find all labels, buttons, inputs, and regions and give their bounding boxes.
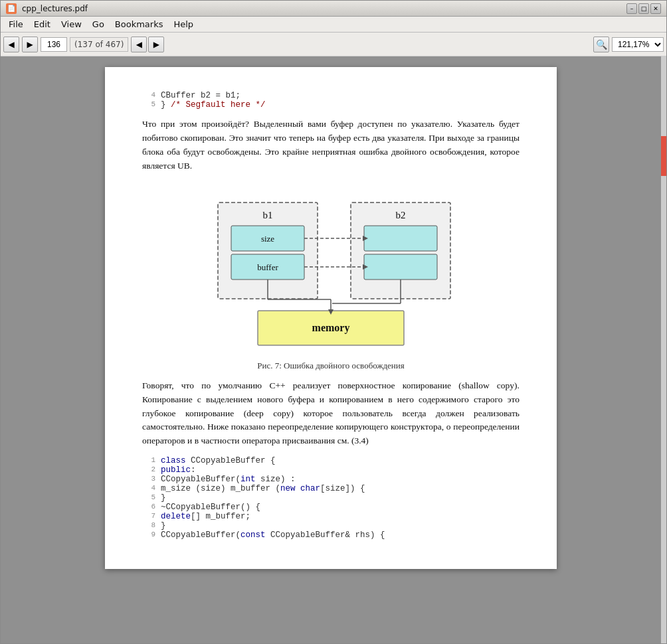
menu-file[interactable]: File — [3, 18, 29, 31]
code-line-5: 5 } /* Segfault here */ — [142, 100, 520, 110]
line-num-b7: 7 — [142, 512, 155, 521]
code-text-b9: CCopyableBuffer(const CCopyableBuffer& r… — [161, 530, 385, 540]
scroll-thumb[interactable] — [661, 136, 666, 176]
diagram-container: b1 size buffer b2 — [142, 189, 520, 371]
pdf-scroll-area[interactable]: 4 CBuffer b2 = b1; 5 } /* Segfault here … — [1, 56, 661, 643]
svg-text:b1: b1 — [263, 210, 273, 220]
code-text-4: CBuffer b2 = b1; — [161, 91, 240, 100]
line-num-b2: 2 — [142, 465, 155, 475]
menu-help[interactable]: Help — [168, 18, 199, 31]
code-text-b2: public: — [161, 465, 196, 475]
paragraph-1: Что при этом произойдёт? Выделенный вами… — [142, 118, 520, 173]
close-button[interactable]: ✕ — [650, 3, 661, 14]
code-text-b1: class CCopyableBuffer { — [161, 456, 276, 465]
line-num-5: 5 — [142, 100, 155, 110]
code-block-bottom: 1 class CCopyableBuffer { 2 public: 3 CC… — [142, 456, 520, 540]
code-text-5: } /* Segfault here */ — [161, 100, 266, 110]
line-num-b3: 3 — [142, 475, 155, 484]
code-line-b8: 8 } — [142, 521, 520, 530]
svg-text:b2: b2 — [396, 210, 406, 220]
code-line-b6: 6 ~CCopyableBuffer() { — [142, 503, 520, 512]
zoom-selector: 50% 75% 100% 121,17% 150% 200% — [612, 37, 664, 52]
zoom-select-input[interactable]: 50% 75% 100% 121,17% 150% 200% — [612, 37, 664, 52]
svg-text:buffer: buffer — [257, 262, 278, 272]
toolbar: ◀ ▶ (137 of 467) ◀ ▶ 🔍 50% 75% 100% 121,… — [1, 33, 666, 56]
scrollbar-accent — [661, 56, 666, 643]
menu-bookmarks[interactable]: Bookmarks — [110, 18, 169, 31]
svg-rect-8 — [364, 226, 437, 251]
line-num-b8: 8 — [142, 521, 155, 530]
code-line-b5: 5 } — [142, 493, 520, 503]
menubar: File Edit View Go Bookmarks Help — [1, 17, 666, 33]
code-line-b9: 9 CCopyableBuffer(const CCopyableBuffer&… — [142, 530, 520, 540]
diagram-caption: Рис. 7: Ошибка двойного освобождения — [257, 361, 404, 371]
code-line-b2: 2 public: — [142, 465, 520, 475]
code-line-b3: 3 CCopyableBuffer(int size) : — [142, 475, 520, 484]
code-text-b8: } — [161, 521, 166, 530]
code-text-b3: CCopyableBuffer(int size) : — [161, 475, 296, 484]
line-num-b9: 9 — [142, 530, 155, 540]
paragraph-2: Говорят, что по умолчанию C++ реализует … — [142, 379, 520, 449]
page-nav-buttons: ◀ ▶ — [131, 37, 164, 52]
menu-view[interactable]: View — [56, 18, 87, 31]
menu-edit[interactable]: Edit — [29, 18, 56, 31]
page-number-input[interactable] — [41, 37, 67, 52]
window-title: cpp_lectures.pdf — [22, 4, 621, 13]
back-button[interactable]: ◀ — [3, 37, 19, 52]
minimize-button[interactable]: – — [626, 3, 637, 14]
svg-text:size: size — [261, 234, 274, 244]
code-text-b4: m_size (size) m_buffer (new char[size]) … — [161, 484, 365, 493]
pdf-page: 4 CBuffer b2 = b1; 5 } /* Segfault here … — [105, 67, 557, 569]
titlebar: 📄 cpp_lectures.pdf – □ ✕ — [1, 1, 666, 17]
code-line-b4: 4 m_size (size) m_buffer (new char[size]… — [142, 484, 520, 493]
svg-text:memory: memory — [312, 322, 350, 334]
search-button[interactable]: 🔍 — [593, 37, 609, 52]
content-area: 4 CBuffer b2 = b1; 5 } /* Segfault here … — [1, 56, 666, 643]
code-line-b1: 1 class CCopyableBuffer { — [142, 456, 520, 465]
memory-diagram: b1 size buffer b2 — [191, 189, 470, 355]
code-text-b6: ~CCopyableBuffer() { — [161, 503, 260, 512]
forward-button[interactable]: ▶ — [22, 37, 38, 52]
page-total: (137 of 467) — [70, 37, 128, 52]
line-num-b6: 6 — [142, 503, 155, 512]
code-text-b5: } — [161, 493, 166, 503]
maximize-button[interactable]: □ — [638, 3, 649, 14]
line-num-b1: 1 — [142, 456, 155, 465]
line-num-b5: 5 — [142, 493, 155, 503]
menu-go[interactable]: Go — [87, 18, 110, 31]
page-input-group: (137 of 467) — [41, 37, 128, 52]
code-text-b7: delete[] m_buffer; — [161, 512, 250, 521]
line-num-4: 4 — [142, 91, 155, 100]
next-page-button[interactable]: ▶ — [148, 37, 164, 52]
line-num-b4: 4 — [142, 484, 155, 493]
code-block-top: 4 CBuffer b2 = b1; 5 } /* Segfault here … — [142, 91, 520, 110]
window-controls: – □ ✕ — [626, 3, 661, 14]
svg-rect-9 — [364, 254, 437, 280]
prev-page-button[interactable]: ◀ — [131, 37, 147, 52]
code-line-b7: 7 delete[] m_buffer; — [142, 512, 520, 521]
code-line-4: 4 CBuffer b2 = b1; — [142, 91, 520, 100]
app-icon: 📄 — [6, 3, 17, 14]
main-window: 📄 cpp_lectures.pdf – □ ✕ File Edit View … — [0, 0, 667, 644]
